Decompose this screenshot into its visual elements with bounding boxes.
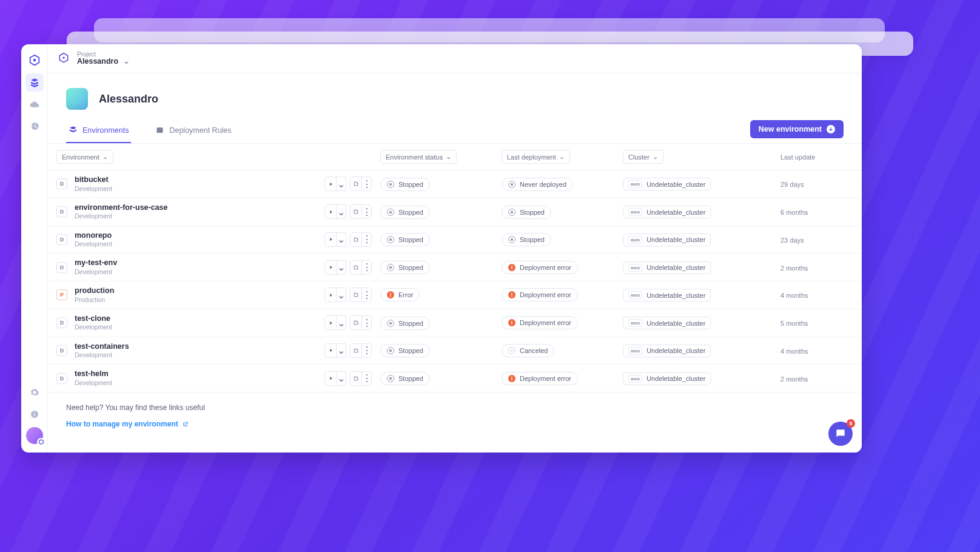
project-icon: [58, 52, 71, 66]
env-name: environment-for-use-case: [75, 203, 168, 213]
logs-button[interactable]: [350, 371, 362, 386]
logs-button[interactable]: [350, 204, 362, 219]
project-selector[interactable]: Alessandro ⌄: [77, 58, 130, 66]
play-button[interactable]: [324, 288, 337, 302]
sidebar-item-info[interactable]: [25, 405, 44, 423]
logs-button[interactable]: [350, 260, 362, 275]
col-update-label: Last update: [780, 153, 816, 161]
table-row[interactable]: D bitbucket Development ⌄ ⋮ Stopped: [48, 170, 862, 198]
deploy-text: Stopped: [520, 236, 545, 243]
aws-icon: aws: [628, 208, 642, 216]
play-button[interactable]: [324, 343, 337, 358]
status-dot-icon: [387, 264, 394, 271]
cluster-pill[interactable]: aws Undeletable_cluster: [623, 317, 711, 329]
tab-environments-label: Environments: [82, 126, 129, 135]
play-dropdown[interactable]: ⌄: [337, 288, 346, 302]
table-row[interactable]: D monorepo Development ⌄ ⋮ Stopped: [48, 226, 862, 254]
status-dot-icon: [387, 209, 394, 216]
project-cube-icon: [66, 88, 88, 110]
play-dropdown[interactable]: ⌄: [337, 260, 346, 275]
chat-fab[interactable]: 8: [828, 422, 853, 446]
status-pill: Stopped: [380, 372, 430, 385]
logs-button[interactable]: [350, 177, 362, 191]
cluster-pill[interactable]: aws Undeletable_cluster: [623, 345, 711, 357]
cluster-pill[interactable]: aws Undeletable_cluster: [623, 234, 711, 246]
play-dropdown[interactable]: ⌄: [337, 204, 346, 219]
logs-button[interactable]: [350, 343, 362, 358]
logs-button[interactable]: [350, 288, 362, 302]
table-row[interactable]: D test-containers Development ⌄ ⋮ S: [48, 337, 862, 365]
more-button[interactable]: ⋮: [362, 232, 372, 247]
play-dropdown[interactable]: ⌄: [337, 177, 346, 191]
cluster-pill[interactable]: aws Undeletable_cluster: [623, 178, 711, 190]
filter-status[interactable]: Environment status ⌄: [380, 150, 457, 164]
last-update: 6 months: [780, 209, 808, 216]
last-update: 2 months: [780, 375, 808, 383]
table-row[interactable]: D my-test-env Development ⌄ ⋮ Stopp: [48, 254, 862, 281]
table-row[interactable]: D test-helm Development ⌄ ⋮ Stopped: [48, 365, 862, 392]
status-text: Stopped: [398, 236, 423, 243]
status-dot-icon: [387, 291, 394, 298]
tab-deployment-rules[interactable]: Deployment Rules: [153, 119, 233, 143]
status-pill: Stopped: [380, 178, 430, 191]
more-button[interactable]: ⋮: [362, 371, 372, 386]
play-dropdown[interactable]: ⌄: [337, 343, 346, 358]
env-subtype: Development: [75, 240, 112, 248]
sidebar: [21, 44, 48, 453]
env-name: bitbucket: [75, 175, 112, 185]
user-avatar[interactable]: [26, 427, 43, 444]
sidebar-item-history[interactable]: [25, 117, 44, 135]
more-button[interactable]: ⋮: [362, 315, 372, 330]
cluster-name: Undeletable_cluster: [646, 181, 705, 188]
aws-icon: aws: [628, 236, 642, 244]
play-button[interactable]: [324, 260, 337, 275]
status-text: Stopped: [398, 209, 423, 216]
more-button[interactable]: ⋮: [362, 260, 372, 275]
play-button[interactable]: [324, 204, 337, 219]
cluster-pill[interactable]: aws Undeletable_cluster: [623, 206, 711, 218]
more-button[interactable]: ⋮: [362, 343, 372, 358]
filter-environment[interactable]: Environment ⌄: [56, 150, 113, 164]
play-button[interactable]: [324, 177, 337, 191]
play-button[interactable]: [324, 232, 337, 247]
sidebar-item-settings[interactable]: [25, 383, 44, 402]
play-button[interactable]: [324, 315, 337, 330]
status-text: Stopped: [398, 375, 423, 382]
last-update: 23 days: [780, 237, 804, 244]
cluster-pill[interactable]: aws Undeletable_cluster: [623, 261, 711, 274]
help-link-manage-env[interactable]: How to manage my environment: [66, 420, 189, 428]
col-cluster-label: Cluster: [628, 153, 649, 161]
new-environment-button[interactable]: New environment +: [750, 120, 844, 138]
deploy-text: Deployment error: [520, 264, 571, 271]
filter-deploy[interactable]: Last deployment ⌄: [502, 150, 570, 164]
table-row[interactable]: D test-clone Development ⌄ ⋮ Stoppe: [48, 309, 862, 337]
sidebar-item-cloud[interactable]: [25, 95, 44, 113]
svg-rect-2: [34, 414, 35, 417]
play-dropdown[interactable]: ⌄: [337, 315, 346, 330]
aws-icon: aws: [628, 291, 642, 299]
filter-cluster[interactable]: Cluster ⌄: [623, 150, 663, 164]
deploy-pill: Stopped: [502, 233, 551, 246]
table-row[interactable]: P production Production ⌄ ⋮ Error: [48, 281, 862, 309]
cluster-pill[interactable]: aws Undeletable_cluster: [623, 289, 711, 301]
cluster-pill[interactable]: aws Undeletable_cluster: [623, 372, 711, 385]
more-button[interactable]: ⋮: [362, 288, 372, 302]
env-subtype: Development: [75, 212, 168, 220]
sidebar-item-environments[interactable]: [25, 73, 44, 92]
env-subtype: Development: [75, 351, 129, 359]
app-logo[interactable]: [25, 52, 44, 70]
table-header: Environment ⌄ Environment status ⌄ Last …: [48, 144, 862, 170]
play-dropdown[interactable]: ⌄: [337, 371, 346, 386]
table-row[interactable]: D environment-for-use-case Development ⌄…: [48, 198, 862, 226]
status-dot-icon: [387, 347, 394, 354]
deploy-dot-icon: [508, 236, 515, 243]
logs-button[interactable]: [350, 315, 362, 330]
more-button[interactable]: ⋮: [362, 177, 372, 191]
deploy-dot-icon: [508, 347, 515, 354]
more-button[interactable]: ⋮: [362, 204, 372, 219]
logs-button[interactable]: [350, 232, 362, 247]
play-button[interactable]: [324, 371, 337, 386]
tab-environments[interactable]: Environments: [66, 119, 131, 143]
play-dropdown[interactable]: ⌄: [337, 232, 346, 247]
project-name: Alessandro: [77, 58, 118, 66]
